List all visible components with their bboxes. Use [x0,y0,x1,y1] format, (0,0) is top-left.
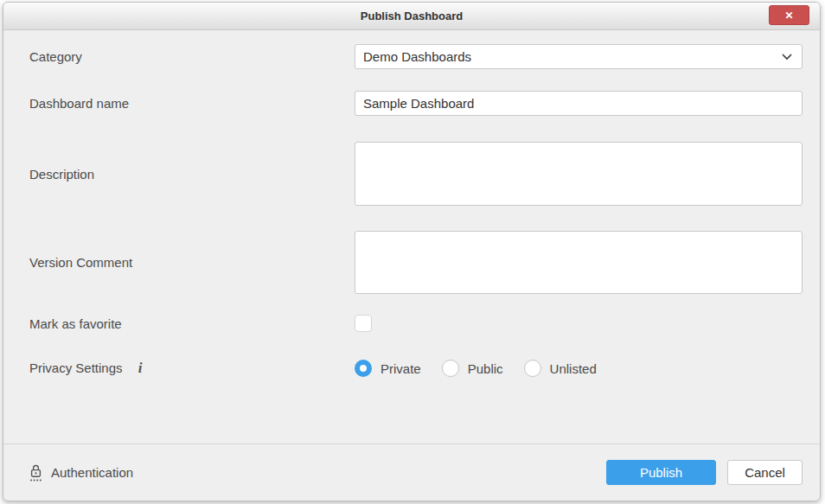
description-textarea[interactable] [355,142,803,206]
dialog-title: Publish Dashboard [361,10,463,22]
close-icon: ✕ [784,10,793,22]
info-icon[interactable]: i [138,360,143,377]
privacy-option-public[interactable]: Public [442,360,503,377]
favorite-label: Mark as favorite [29,316,355,331]
category-row: Category Demo Dashboards [29,44,803,69]
cancel-button[interactable]: Cancel [727,460,803,485]
category-label: Category [29,49,355,64]
version-comment-label: Version Comment [29,255,355,270]
privacy-option-unlisted[interactable]: Unlisted [524,360,597,377]
privacy-radio-group: Private Public Unlisted [355,360,803,377]
authentication-label: Authentication [51,465,133,480]
publish-button-label: Publish [640,465,682,480]
privacy-label-text: Privacy Settings [29,360,123,375]
radio-icon-unlisted [524,360,541,377]
dialog-titlebar: Publish Dashboard ✕ [3,3,820,30]
description-label: Description [29,167,355,182]
dialog-footer: Authentication Publish Cancel [3,443,820,501]
cancel-button-label: Cancel [745,465,785,480]
dashboard-name-label: Dashboard name [29,96,355,111]
radio-icon-public [442,360,459,377]
privacy-label: Privacy Settings i [29,360,355,377]
privacy-option-private-label: Private [381,361,421,376]
radio-icon-private [355,360,372,377]
dialog-body: Category Demo Dashboards Dashboard name … [3,30,820,443]
description-row: Description [29,142,803,206]
privacy-option-private[interactable]: Private [355,360,421,377]
publish-button[interactable]: Publish [606,460,716,485]
favorite-checkbox[interactable] [355,315,372,332]
version-comment-row: Version Comment [29,231,803,294]
favorite-row: Mark as favorite [29,315,803,332]
chevron-down-icon [780,50,794,64]
privacy-row: Privacy Settings i Private Public Unlis [29,360,803,377]
authentication-link[interactable]: Authentication [29,463,133,482]
category-selected-value: Demo Dashboards [363,49,471,64]
dashboard-name-input[interactable] [355,91,803,116]
privacy-option-public-label: Public [468,361,503,376]
version-comment-textarea[interactable] [355,231,803,294]
lock-icon [29,463,42,482]
category-select[interactable]: Demo Dashboards [355,44,803,69]
close-button[interactable]: ✕ [769,5,809,25]
publish-dashboard-dialog: Publish Dashboard ✕ Category Demo Dashbo… [3,2,821,501]
privacy-option-unlisted-label: Unlisted [550,361,597,376]
dashboard-name-row: Dashboard name [29,91,803,116]
